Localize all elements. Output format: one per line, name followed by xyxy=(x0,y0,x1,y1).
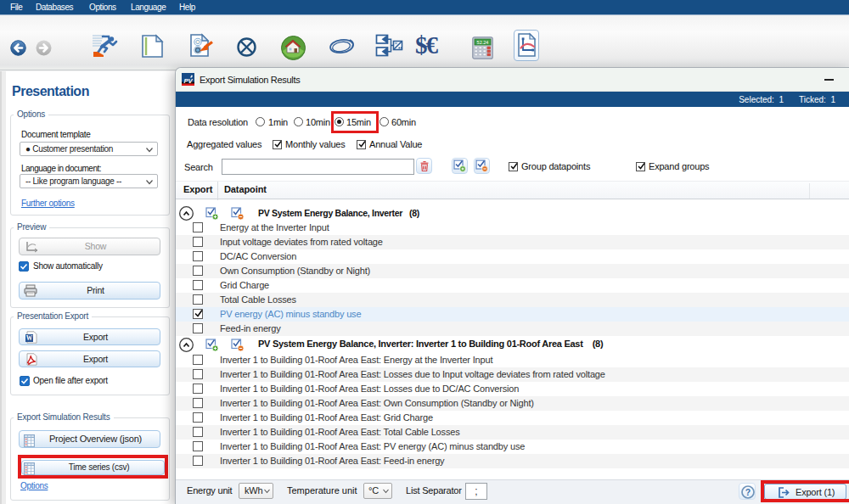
svg-text:?: ? xyxy=(745,487,751,497)
svg-text:PV: PV xyxy=(183,77,193,85)
svg-text:W: W xyxy=(26,334,33,342)
svg-text:52.24: 52.24 xyxy=(477,40,489,45)
